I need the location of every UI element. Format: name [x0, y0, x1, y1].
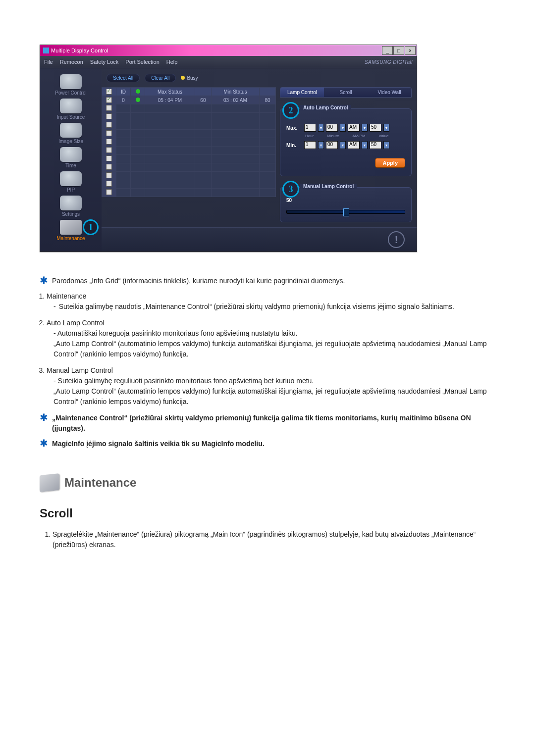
table-row[interactable]	[102, 121, 276, 130]
sidebar-item-time[interactable]: Time	[40, 147, 102, 168]
max-ampm-field[interactable]: AM	[348, 124, 360, 132]
menu-help[interactable]: Help	[166, 59, 178, 65]
maintenance-icon	[60, 220, 82, 235]
min-hour-field[interactable]: 1	[304, 141, 316, 149]
table-row[interactable]	[102, 180, 276, 189]
table-row[interactable]	[102, 155, 276, 163]
item-desc: - Suteikia galimybę reguliuoti pasirinkt…	[54, 376, 495, 386]
table-row[interactable]	[102, 147, 276, 155]
clear-all-button[interactable]: Clear All	[145, 74, 176, 82]
sidebar-item-image-size[interactable]: Image Size	[40, 123, 102, 144]
dropdown-icon[interactable]: ▾	[362, 141, 368, 149]
table-row[interactable]: 0 05 : 04 PM 60 03 : 02 AM 80	[102, 96, 276, 104]
subheading: Scroll	[40, 504, 495, 522]
min-val-field[interactable]: 50	[370, 141, 381, 149]
steps-list: Spragtelėkite „Maintenance“ (priežiūra) …	[40, 529, 495, 550]
row-checkbox[interactable]	[106, 189, 112, 195]
table-row[interactable]	[102, 189, 276, 197]
row-checkbox[interactable]	[106, 172, 112, 178]
dropdown-icon[interactable]: ▾	[340, 141, 346, 149]
main-area: Select All Clear All Busy ID	[102, 68, 417, 252]
dropdown-icon[interactable]: ▾	[318, 141, 324, 149]
busy-dot-icon	[181, 76, 185, 80]
row-checkbox[interactable]	[106, 122, 112, 128]
row-checkbox[interactable]	[106, 164, 112, 170]
note-line-bold: ✱ „Maintenance Control“ (priežiūrai skir…	[40, 413, 495, 434]
dropdown-icon[interactable]: ▾	[318, 124, 324, 132]
row-checkbox[interactable]	[106, 181, 112, 187]
item-desc: Suteikia galimybę naudotis „Maintenance …	[59, 302, 454, 312]
sidebar-item-settings[interactable]: Settings	[40, 196, 102, 217]
row-checkbox[interactable]	[106, 105, 112, 111]
tab-lamp-control[interactable]: Lamp Control	[280, 88, 324, 97]
brand-logo: SAMSUNG DIGITall	[365, 59, 413, 65]
col-check[interactable]	[102, 88, 116, 96]
menu-port-selection[interactable]: Port Selection	[125, 59, 159, 65]
sidebar-item-input-source[interactable]: Input Source	[40, 99, 102, 120]
menu-file[interactable]: File	[44, 59, 53, 65]
slider-thumb-icon[interactable]	[343, 208, 349, 216]
status-dot-icon	[136, 98, 140, 102]
menu-remocon[interactable]: Remocon	[60, 59, 83, 65]
col-min-b	[260, 88, 276, 96]
apply-button[interactable]: Apply	[375, 158, 405, 168]
busy-label: Busy	[187, 75, 198, 81]
pip-icon	[60, 171, 82, 186]
row-checkbox[interactable]	[106, 97, 112, 103]
cell-min-v: 80	[260, 96, 276, 104]
auto-lamp-legend: Auto Lamp Control	[300, 105, 351, 110]
close-button[interactable]: ×	[405, 46, 416, 55]
cell-max-time: 05 : 04 PM	[145, 96, 195, 104]
minimize-button[interactable]: _	[382, 46, 393, 55]
dropdown-icon[interactable]: ▾	[362, 124, 368, 132]
row-checkbox[interactable]	[106, 113, 112, 119]
max-hour-field[interactable]: 1	[304, 124, 316, 132]
select-all-button[interactable]: Select All	[107, 74, 140, 82]
sidebar-item-power-control[interactable]: Power Control	[40, 74, 102, 96]
settings-icon	[60, 196, 82, 210]
sidebar-item-maintenance[interactable]: 1 Maintenance	[40, 220, 102, 241]
app-icon	[43, 48, 49, 53]
window-title: Multiple Display Control	[51, 48, 108, 53]
manual-lamp-panel: 3 Manual Lamp Control 50	[280, 187, 412, 222]
note-text: MagicInfo įėjimo signalo šaltinis veikia…	[52, 439, 265, 449]
menu-safety-lock[interactable]: Safety Lock	[90, 59, 118, 65]
item-title: Auto Lamp Control	[47, 319, 105, 327]
sidebar-item-label: Power Control	[55, 90, 86, 96]
table-row[interactable]	[102, 113, 276, 121]
maximize-button[interactable]: □	[393, 46, 404, 55]
table-row[interactable]	[102, 163, 276, 172]
manual-lamp-value: 50	[286, 198, 292, 203]
row-checkbox[interactable]	[106, 147, 112, 153]
row-checkbox[interactable]	[106, 139, 112, 145]
dropdown-icon[interactable]: ▾	[383, 124, 389, 132]
min-ampm-field[interactable]: AM	[348, 141, 360, 149]
table-row[interactable]	[102, 104, 276, 113]
star-icon: ✱	[40, 276, 48, 286]
col-max-status: Max Status	[145, 88, 195, 96]
col-max-b	[195, 88, 211, 96]
col-id: ID	[116, 88, 131, 96]
menu-bar: File Remocon Safety Lock Port Selection …	[40, 56, 417, 68]
col-status	[131, 88, 145, 96]
sidebar-item-label: Input Source	[57, 114, 85, 120]
min-label: Min.	[286, 143, 302, 148]
star-icon: ✱	[40, 439, 48, 449]
dropdown-icon[interactable]: ▾	[340, 124, 346, 132]
dropdown-icon[interactable]: ▾	[383, 141, 389, 149]
sidebar-item-pip[interactable]: PIP	[40, 171, 102, 193]
min-min-field[interactable]: 00	[326, 141, 338, 149]
row-checkbox[interactable]	[106, 155, 112, 161]
table-row[interactable]	[102, 172, 276, 180]
tab-video-wall[interactable]: Video Wall	[368, 88, 411, 97]
row-checkbox[interactable]	[106, 130, 112, 136]
tab-scroll[interactable]: Scroll	[324, 88, 368, 97]
max-min-field[interactable]: 00	[326, 124, 338, 132]
manual-lamp-legend: Manual Lamp Control	[300, 184, 357, 189]
table-row[interactable]	[102, 138, 276, 147]
table-row[interactable]	[102, 130, 276, 138]
manual-lamp-slider[interactable]	[286, 210, 405, 214]
max-val-field[interactable]: 50	[370, 124, 381, 132]
input-source-icon	[60, 99, 82, 113]
time-icon	[60, 147, 82, 162]
